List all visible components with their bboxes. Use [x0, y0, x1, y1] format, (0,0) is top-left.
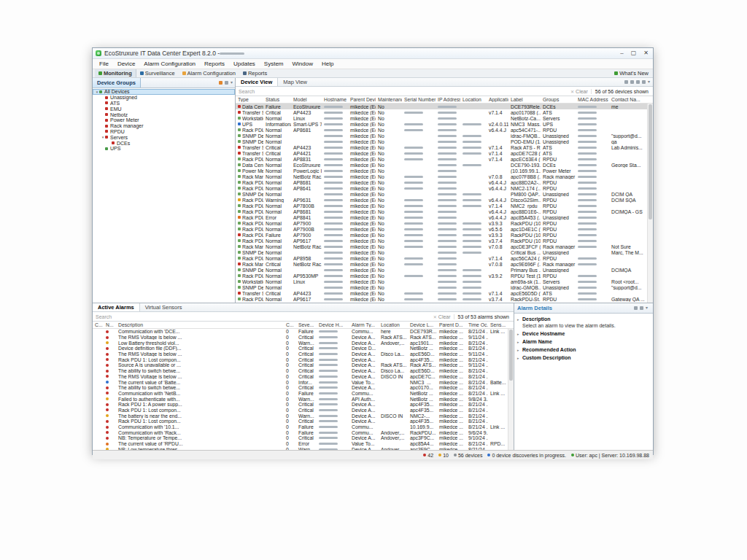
alarm-column-header-alarm-ty-6[interactable]: Alarm Ty... [349, 322, 379, 327]
alarm-column-header-device-h-5[interactable]: Device H... [317, 322, 349, 327]
alarm-row[interactable]: The RMS Voltage is below ...0CriticalDev… [93, 335, 508, 341]
column-header-groups[interactable]: Groups [541, 97, 576, 102]
tree-item-servers[interactable]: ▾Servers [93, 134, 235, 140]
pin-icon[interactable] [636, 80, 640, 84]
column-header-label[interactable]: Label [508, 97, 541, 102]
device-row[interactable]: Rack PDUNormalAP8681mikedce (Ec...Nov6.4… [236, 179, 647, 185]
alarm-column-header-seve-4[interactable]: Seve... [296, 322, 317, 327]
tree-item-unassigned[interactable]: Unassigned [93, 95, 235, 101]
alarm-row[interactable]: NB: Temperature or Tempe...0CriticalDevi… [93, 435, 508, 441]
column-header-type[interactable]: Type [236, 97, 263, 102]
details-maximize-icon[interactable] [640, 306, 643, 310]
tab-virtual-sensors[interactable]: Virtual Sensors [140, 303, 187, 311]
alarm-row[interactable]: The RMS Voltage is below ...0CriticalDev… [93, 374, 508, 380]
alarm-column-header-sens-11[interactable]: Sens... [488, 322, 508, 327]
tree-item-all-devices[interactable]: ▾All Devices [93, 89, 235, 95]
alarm-search-clear[interactable]: Clear [438, 314, 454, 319]
tree-item-ups[interactable]: UPS [93, 146, 235, 152]
device-row[interactable]: Rack PDUNormalAP9617mikedce (Ec...Nov3.7… [236, 238, 647, 244]
device-row[interactable]: Rack PDUNormalAP8831mikedce (Ec...Nov7.1… [236, 156, 647, 162]
column-header-model[interactable]: Model [291, 97, 322, 102]
device-row[interactable]: Rack PDUNormalAP7800Bmikedce (Ec...Nov7.… [236, 203, 647, 209]
maximize-button[interactable]: ▢ [631, 50, 637, 56]
device-row[interactable]: SNMP DeviNormalmikedce (Ec...NoPM800 QAP… [236, 191, 647, 197]
tree-item-rack-manager[interactable]: Rack manager [93, 123, 235, 129]
alarm-column-header-c-0[interactable]: C... [93, 322, 104, 327]
device-row[interactable]: Rack ManagNormalNetBotz Rac...mikedce (E… [236, 244, 647, 249]
tab-device-view[interactable]: Device View [236, 78, 278, 86]
alarm-row[interactable]: The battery is near the end...0Warn...De… [93, 413, 508, 419]
menu-window[interactable]: Window [288, 61, 317, 67]
details-menu-chevron-icon[interactable]: ▾ [646, 306, 648, 310]
menu-alarm-configuration[interactable]: Alarm Configuration [139, 61, 200, 67]
tree-item-rpdu[interactable]: RPDU [93, 129, 235, 135]
device-row[interactable]: Rack PDUNormalAP8681mikedce (Ec...Nov6.4… [236, 209, 647, 214]
alarm-row[interactable]: Communication with '10.1...0FailureCommu… [93, 424, 508, 430]
tree-item-ats[interactable]: ATS [93, 101, 235, 106]
device-row[interactable]: Rack ManagCriticalNetBotz Rac...mikedce … [236, 261, 647, 267]
alarm-row[interactable]: Rack PDU 1: Lost compon...0CriticalDevic… [93, 419, 508, 424]
tab-map-view[interactable]: Map View [278, 78, 312, 86]
menu-device[interactable]: Device [113, 61, 139, 67]
device-row[interactable]: Rack PDUNormalAP7900Bmikedce (Ec...Nov6.… [236, 226, 647, 232]
device-row[interactable]: WorkstationNormalLinuxmikedce (Ec...Noam… [236, 279, 647, 284]
details-section-header[interactable]: ▸Description [517, 316, 650, 322]
alarm-row[interactable]: Communication with 'Rack...0FailureCommu… [93, 429, 508, 435]
refresh-icon[interactable] [624, 80, 628, 84]
details-minimize-icon[interactable] [634, 306, 638, 310]
tree-item-netbotz[interactable]: Netbotz [93, 112, 235, 117]
alarm-row[interactable]: Device definition file (DDF)...0Critical… [93, 346, 508, 351]
column-header-parent-device[interactable]: Parent Device [348, 97, 376, 102]
details-section-header[interactable]: ▸Device Hostname [517, 330, 650, 337]
device-search-clear[interactable]: Clear [576, 89, 591, 94]
column-header-status[interactable]: Status [263, 97, 291, 102]
device-row[interactable]: Data CenterFailureEcoStruxure ...mikedce… [236, 104, 647, 109]
device-row[interactable]: Rack PDUFailureAP7900mikedce (Ec...Nov3.… [236, 232, 647, 238]
alarm-row[interactable]: The current value of 'RPDU...0ErrorValue… [93, 441, 508, 447]
alarm-row[interactable]: NB: Low temperature thres...0Warn...Devi… [93, 446, 508, 450]
device-row[interactable]: SNMP DeviNormalmikedce (Ec...NoPOD-EMU (… [236, 139, 647, 144]
tab-active-alarms[interactable]: Active Alarms [93, 303, 140, 311]
column-header-application[interactable]: Application ... [487, 97, 508, 102]
column-header-mac-address[interactable]: MAC Address [576, 97, 609, 102]
device-row[interactable]: Rack PDUNormalAP8681mikedce (Ec...Nov6.4… [236, 127, 647, 133]
menu-help[interactable]: Help [317, 61, 338, 67]
alarm-column-header-description-2[interactable]: Description [116, 322, 284, 327]
alarm-row[interactable]: Rack PDU 1: Lost compon...0CriticalDevic… [93, 408, 508, 413]
tree-item-dces[interactable]: DCEs [93, 140, 235, 146]
alarm-column-header-c-3[interactable]: C... [284, 322, 296, 327]
device-groups-tab[interactable]: Device Groups [93, 78, 141, 88]
device-row[interactable]: SNMP DeviNormalmikedce (Ec...NoPrimary B… [236, 267, 647, 273]
device-row[interactable]: Transfer SwiCriticalAP4423mikedce (Ec...… [236, 144, 647, 150]
alarm-row[interactable]: Rack PDU 1: A power supp...0CriticalDevi… [93, 402, 508, 408]
panel-menu-chevron-icon[interactable]: ▾ [231, 81, 233, 85]
alarm-scrollbar-thumb[interactable] [509, 330, 513, 381]
device-row[interactable]: Transfer SwiCriticalAP4423mikedce (Ec...… [236, 290, 647, 296]
perspective-tab-reports[interactable]: Reports [239, 69, 271, 77]
device-row[interactable]: Rack PDUNormalAP8958mikedce (Ec...Nov7.1… [236, 255, 647, 261]
column-header-maintenanc[interactable]: Maintenanc... [376, 97, 402, 102]
alarm-row[interactable]: The RMS Voltage is below ...0CriticalDev… [93, 351, 508, 357]
device-row[interactable]: Power MeteNormalPowerLogic I...mikedce (… [236, 168, 647, 174]
details-section-header[interactable]: ▸Alarm Name [517, 338, 650, 345]
alarm-row[interactable]: The current value of 'Batte...0Infor...V… [93, 379, 508, 385]
device-table-scrollbar[interactable] [647, 104, 653, 303]
alarm-column-header-device-l-8[interactable]: Device L... [408, 322, 437, 327]
menu-reports[interactable]: Reports [200, 61, 229, 67]
device-row[interactable]: Rack PDUNormalAP7900mikedce (Ec...Nov3.9… [236, 220, 647, 226]
device-row[interactable]: Transfer SwiCriticalAP4421mikedce (Ec...… [236, 150, 647, 156]
alarm-column-header-time-oc-10[interactable]: Time Oc... [466, 322, 488, 327]
whats-new-link[interactable]: What's New [614, 70, 651, 77]
alarm-column-header-n-1[interactable]: N... [104, 322, 116, 327]
tree-item-emu[interactable]: EMU [93, 106, 235, 112]
menu-system[interactable]: System [260, 61, 288, 67]
device-row[interactable]: Rack PDUNormalAP9617mikedce (Ec...Nov3.7… [236, 296, 647, 302]
device-scrollbar-thumb[interactable] [649, 104, 652, 219]
device-row[interactable]: SNMP DeviNormalmikedce (Ec...NoCritical … [236, 249, 647, 255]
create-group-icon[interactable] [219, 81, 222, 85]
alarm-row[interactable]: Low Battery threshold viol...0Warn...Dev… [93, 340, 508, 346]
device-row[interactable]: Data CenterNormalEcoStruxure ...mikedce … [236, 162, 647, 168]
view-menu-chevron-icon[interactable]: ▾ [648, 80, 650, 84]
device-row[interactable]: Rack PDUNormalAP9530MPmikedce (Ec...Nov3… [236, 273, 647, 279]
close-button[interactable]: ✕ [643, 50, 649, 56]
